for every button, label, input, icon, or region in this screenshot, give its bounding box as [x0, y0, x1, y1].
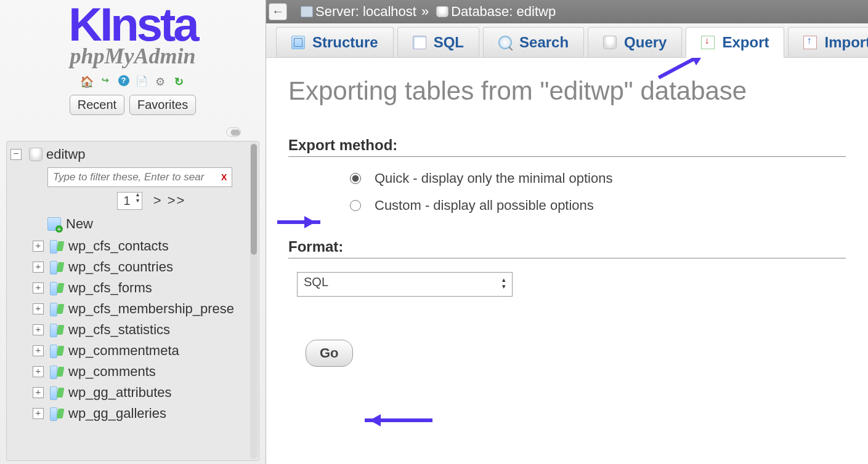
format-heading: Format: [288, 238, 846, 258]
table-icon [50, 261, 63, 273]
tab-sql[interactable]: SQL [397, 27, 479, 57]
breadcrumb: ← Server: localhost » Database: editwp [266, 0, 868, 23]
table-row[interactable]: +wp_gg_attributes [33, 382, 255, 403]
breadcrumb-separator: » [421, 4, 429, 20]
table-icon [50, 407, 63, 420]
new-table-link[interactable]: New [47, 216, 255, 232]
annotation-arrow-quick [277, 220, 320, 224]
export-method-heading: Export method: [288, 137, 846, 157]
collapse-icon[interactable]: − [10, 149, 22, 160]
table-icon [50, 366, 63, 378]
radio-quick-row[interactable]: Quick - display only the minimal options [350, 170, 846, 186]
db-label: Database: [451, 4, 513, 20]
tab-label: Search [519, 34, 569, 51]
expand-icon[interactable]: + [33, 324, 44, 335]
tab-import[interactable]: Import [788, 27, 868, 57]
tab-label: Query [624, 34, 667, 51]
pager-next-button[interactable]: > >> [153, 193, 186, 208]
radio-custom-label: Custom - display all possible options [375, 198, 594, 214]
docs-icon[interactable] [135, 75, 148, 89]
tab-export[interactable]: Export [686, 27, 784, 58]
radio-custom[interactable] [350, 200, 361, 211]
annotation-arrow-go [365, 418, 432, 422]
back-button[interactable]: ← [269, 3, 287, 20]
table-row[interactable]: +wp_cfs_countries [33, 257, 255, 278]
server-icon [301, 6, 313, 17]
page-title: Exporting tables from "editwp" database [288, 76, 846, 106]
server-value[interactable]: localhost [363, 4, 416, 20]
table-name-label: wp_gg_attributes [68, 385, 172, 401]
expand-icon[interactable]: + [33, 241, 44, 252]
table-name-label: wp_commentmeta [68, 343, 179, 359]
table-row[interactable]: +wp_comments [33, 361, 255, 382]
table-icon [50, 303, 63, 315]
product-logo-text: phpMyAdmin [0, 43, 266, 69]
structure-icon [291, 36, 305, 49]
expand-icon[interactable]: + [33, 366, 44, 377]
database-icon [436, 6, 448, 17]
table-row[interactable]: +wp_cfs_membership_prese [33, 298, 255, 319]
table-name-label: wp_cfs_statistics [68, 322, 170, 338]
expand-icon[interactable]: + [33, 262, 44, 273]
clear-filter-icon[interactable]: X [221, 172, 227, 182]
table-name-label: wp_comments [68, 364, 156, 380]
home-icon[interactable] [80, 75, 94, 89]
tab-label: SQL [434, 34, 464, 51]
table-row[interactable]: +wp_gg_galleries [33, 403, 255, 424]
expand-icon[interactable]: + [33, 408, 44, 419]
table-name-label: wp_cfs_contacts [68, 238, 169, 254]
query-icon [603, 36, 617, 49]
recent-button[interactable]: Recent [70, 95, 124, 115]
sidebar-tab-buttons: Recent Favorites [0, 95, 266, 115]
tab-label: Export [722, 34, 769, 51]
tree-pager: 1 > >> [47, 192, 255, 210]
table-row[interactable]: +wp_cfs_contacts [33, 236, 255, 257]
settings-icon[interactable] [153, 75, 167, 89]
table-name-label: wp_cfs_countries [68, 259, 173, 275]
tree-scrollbar[interactable] [250, 143, 258, 459]
format-select[interactable]: SQL [297, 272, 513, 297]
table-name-label: wp_cfs_membership_prese [68, 301, 234, 317]
radio-quick[interactable] [350, 173, 361, 184]
tab-label: Import [824, 34, 868, 51]
radio-custom-row[interactable]: Custom - display all possible options [350, 198, 846, 214]
radio-quick-label: Quick - display only the minimal options [375, 170, 612, 186]
reload-icon[interactable] [172, 75, 185, 89]
table-icon [50, 386, 63, 399]
tab-query[interactable]: Query [588, 27, 682, 57]
expand-icon[interactable]: + [33, 303, 44, 314]
page-select[interactable]: 1 [117, 192, 142, 210]
search-icon [498, 36, 512, 49]
table-name-label: wp_cfs_forms [68, 280, 152, 296]
table-row[interactable]: +wp_commentmeta [33, 340, 255, 361]
table-row[interactable]: +wp_cfs_forms [33, 278, 255, 298]
go-button[interactable]: Go [306, 340, 353, 367]
expand-icon[interactable]: + [33, 282, 44, 294]
expand-icon[interactable]: + [33, 387, 44, 398]
tab-search[interactable]: Search [483, 27, 584, 57]
db-value[interactable]: editwp [517, 4, 556, 20]
table-icon [50, 240, 63, 252]
table-icon [50, 345, 63, 357]
expand-icon[interactable]: + [33, 345, 44, 356]
table-icon [50, 324, 63, 336]
help-icon[interactable] [117, 75, 131, 89]
db-name-label[interactable]: editwp [46, 146, 86, 162]
db-node[interactable]: − editwp [10, 146, 255, 162]
link-icon[interactable] [0, 126, 266, 136]
page-body: Exporting tables from "editwp" database … [266, 58, 868, 385]
logout-icon[interactable] [99, 75, 112, 89]
sidebar-toolbar [0, 75, 266, 89]
main-area: ← Server: localhost » Database: editwp S… [266, 0, 868, 464]
database-icon [29, 148, 43, 161]
table-row[interactable]: +wp_cfs_statistics [33, 319, 255, 340]
server-label: Server: [315, 4, 359, 20]
logo-area: KInsta phpMyAdmin [0, 0, 266, 69]
tabs-bar: StructureSQLSearchQueryExportImport [266, 23, 868, 58]
table-list: +wp_cfs_contacts+wp_cfs_countries+wp_cfs… [33, 236, 255, 424]
tab-structure[interactable]: Structure [276, 27, 394, 57]
export-icon [701, 36, 715, 49]
new-table-icon [47, 217, 61, 231]
favorites-button[interactable]: Favorites [129, 95, 196, 115]
filter-input[interactable] [47, 167, 232, 187]
